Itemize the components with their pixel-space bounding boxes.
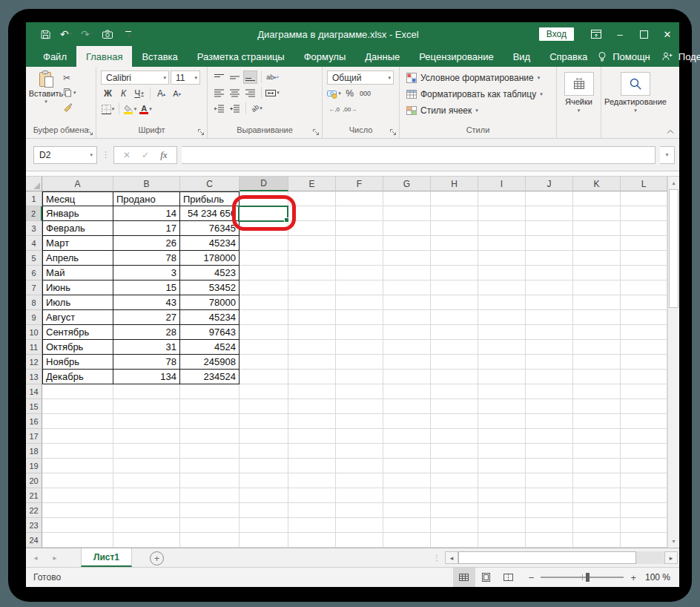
align-bottom-button[interactable] — [243, 70, 257, 84]
cell-F21[interactable] — [336, 488, 383, 503]
cell-I18[interactable] — [478, 444, 526, 459]
column-header-G[interactable]: G — [383, 177, 431, 191]
cell-C24[interactable] — [180, 533, 240, 548]
cell-L18[interactable] — [621, 444, 667, 459]
ribbon-tab-6[interactable]: Рецензирование — [409, 46, 503, 67]
cell-H21[interactable] — [431, 488, 478, 503]
cell-K15[interactable] — [573, 399, 621, 414]
cell-F1[interactable] — [336, 191, 383, 206]
borders-button[interactable]: ▾ — [101, 102, 115, 116]
cell-K13[interactable] — [573, 370, 621, 384]
cell-L20[interactable] — [621, 473, 667, 488]
vertical-scrollbar[interactable]: ▴ ▾ — [667, 177, 679, 548]
scroll-right-arrow[interactable]: ▸ — [664, 551, 678, 564]
cell-A2[interactable]: Январь — [42, 206, 113, 221]
cell-F2[interactable] — [336, 206, 383, 221]
formula-input[interactable] — [182, 146, 656, 164]
ribbon-tab-8[interactable]: Справка — [540, 46, 597, 67]
cell-H19[interactable] — [431, 459, 478, 473]
cell-K18[interactable] — [573, 444, 621, 459]
decrease-decimal-button[interactable]: ,00→ — [343, 102, 357, 116]
cell-C10[interactable]: 97643 — [180, 325, 240, 340]
cell-D4[interactable] — [240, 236, 288, 251]
cell-F18[interactable] — [336, 444, 383, 459]
select-all-corner[interactable] — [26, 177, 42, 191]
cell-G10[interactable] — [383, 325, 431, 340]
cell-C8[interactable]: 78000 — [180, 295, 240, 310]
cell-F13[interactable] — [336, 370, 383, 384]
cell-I24[interactable] — [478, 533, 526, 548]
row-header-12[interactable]: 12 — [26, 355, 42, 370]
clipboard-dialog-launcher[interactable] — [86, 128, 93, 136]
cell-A14[interactable] — [42, 384, 113, 399]
cell-I23[interactable] — [478, 518, 526, 533]
cancel-entry-icon[interactable]: ✕ — [123, 150, 131, 160]
cell-I13[interactable] — [478, 370, 526, 384]
cell-C7[interactable]: 53452 — [180, 280, 240, 295]
column-header-I[interactable]: I — [478, 177, 526, 191]
number-format-combobox[interactable]: Общий▾ — [327, 70, 394, 85]
cell-D18[interactable] — [240, 444, 288, 459]
ribbon-tab-3[interactable]: Разметка страницы — [188, 46, 294, 67]
sign-in-button[interactable]: Вход — [539, 27, 574, 41]
cell-E16[interactable] — [288, 414, 336, 429]
ribbon-tab-0[interactable]: Файл — [33, 46, 76, 67]
cell-L9[interactable] — [621, 310, 667, 325]
column-header-D[interactable]: D — [240, 177, 288, 191]
cell-H24[interactable] — [431, 533, 478, 548]
cell-D7[interactable] — [240, 280, 288, 295]
row-header-22[interactable]: 22 — [26, 503, 42, 518]
cell-L19[interactable] — [621, 459, 667, 473]
cell-J15[interactable] — [526, 399, 573, 414]
cell-F19[interactable] — [336, 459, 383, 473]
cell-G16[interactable] — [383, 414, 431, 429]
cell-G20[interactable] — [383, 473, 431, 488]
cell-J16[interactable] — [526, 414, 573, 429]
ribbon-tab-2[interactable]: Вставка — [132, 46, 187, 67]
row-header-14[interactable]: 14 — [26, 384, 42, 399]
horizontal-scrollbar[interactable]: ◂ ▸ — [443, 548, 679, 567]
cell-J4[interactable] — [526, 236, 573, 251]
cell-K17[interactable] — [573, 429, 621, 444]
cell-F15[interactable] — [336, 399, 383, 414]
cell-E10[interactable] — [288, 325, 336, 340]
cell-L6[interactable] — [621, 266, 667, 280]
cell-B11[interactable]: 31 — [113, 340, 180, 355]
cell-B18[interactable] — [113, 444, 180, 459]
cell-I21[interactable] — [478, 488, 526, 503]
cell-K23[interactable] — [573, 518, 621, 533]
cell-C13[interactable]: 234524 — [180, 370, 240, 384]
column-header-J[interactable]: J — [526, 177, 573, 191]
sheet-nav-left-button[interactable]: ◂ — [26, 548, 45, 567]
cell-H22[interactable] — [431, 503, 478, 518]
cell-C15[interactable] — [180, 399, 240, 414]
column-header-A[interactable]: A — [42, 177, 113, 191]
cell-I19[interactable] — [478, 459, 526, 473]
cell-L3[interactable] — [621, 221, 667, 236]
cell-J9[interactable] — [526, 310, 573, 325]
cell-L2[interactable] — [621, 206, 667, 221]
cell-I16[interactable] — [478, 414, 526, 429]
font-family-combobox[interactable]: Calibri▾ — [101, 70, 169, 85]
cell-E13[interactable] — [288, 370, 336, 384]
cell-B2[interactable]: 14 — [113, 206, 180, 221]
cell-A19[interactable] — [42, 459, 113, 473]
cell-C9[interactable]: 45234 — [180, 310, 240, 325]
column-header-C[interactable]: C — [180, 177, 240, 191]
cell-G3[interactable] — [383, 221, 431, 236]
cell-B9[interactable]: 27 — [113, 310, 180, 325]
increase-decimal-button[interactable]: ←,0 — [327, 102, 341, 116]
qat-customize-button[interactable]: ▾ — [119, 26, 137, 42]
cell-C4[interactable]: 45234 — [180, 236, 240, 251]
cell-F7[interactable] — [336, 280, 383, 295]
cell-H11[interactable] — [431, 340, 478, 355]
cell-D12[interactable] — [240, 355, 288, 370]
cell-E12[interactable] — [288, 355, 336, 370]
zoom-in-button[interactable]: + — [630, 572, 636, 583]
formula-bar-divider[interactable]: ⋮ — [102, 150, 109, 160]
cell-I8[interactable] — [478, 295, 526, 310]
cell-D19[interactable] — [240, 459, 288, 473]
cell-L15[interactable] — [621, 399, 667, 414]
cell-B14[interactable] — [113, 384, 180, 399]
cell-E11[interactable] — [288, 340, 336, 355]
